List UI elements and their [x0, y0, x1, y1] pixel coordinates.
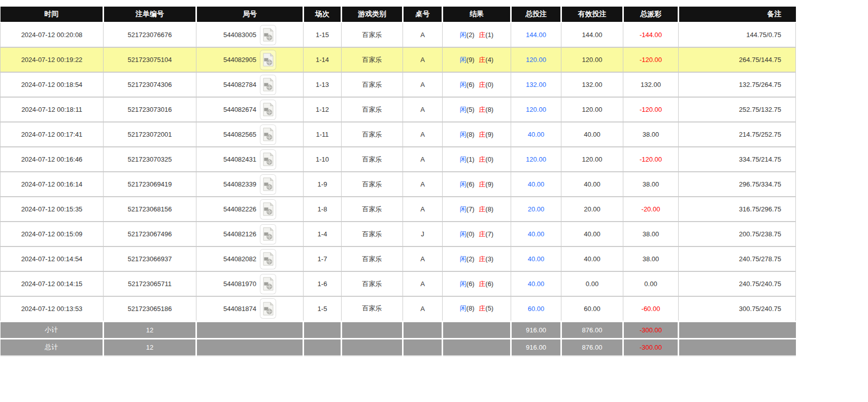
total-bet-link[interactable]: 40.00: [528, 180, 545, 188]
banker-result-count: (8): [485, 205, 493, 213]
player-result-count: (9): [466, 56, 475, 64]
cell-remark: 240.75/278.75: [679, 246, 796, 271]
video-replay-button[interactable]: [260, 25, 276, 45]
cell-order-no: 521723065186: [104, 296, 196, 321]
cell-session: 1-14: [304, 47, 342, 72]
table-row: 2024-07-12 00:15:09 521723067496 5440821…: [1, 222, 796, 246]
cell-order-no: 521723066937: [104, 246, 196, 271]
bet-records-page: 时间 注单编号 局号 场次 游戏类别 桌号 结果 总投注 有效投注 总派彩 备注…: [0, 0, 868, 356]
total-bet-link[interactable]: 120.00: [526, 56, 546, 64]
cell-remark: 200.75/238.75: [679, 222, 796, 246]
player-result-label: 闲: [460, 230, 466, 238]
video-replay-button[interactable]: [260, 249, 276, 269]
cell-round-no: 544082905: [196, 47, 304, 72]
video-file-icon: [262, 227, 274, 241]
cell-game-type: 百家乐: [342, 72, 403, 97]
table-row: 2024-07-12 00:19:22 521723075104 5440829…: [1, 47, 796, 72]
video-file-icon: [262, 152, 274, 166]
player-result-label: 闲: [460, 304, 466, 312]
cell-round-no: 544082226: [196, 197, 304, 222]
col-header-round-no: 局号: [196, 7, 304, 22]
cell-session: 1-7: [304, 246, 342, 271]
banker-result-count: (5): [485, 304, 493, 312]
banker-result-label: 庄: [479, 106, 485, 113]
cell-game-type: 百家乐: [342, 271, 403, 296]
cell-session: 1-15: [304, 22, 342, 47]
total-bet-link[interactable]: 120.00: [526, 106, 546, 113]
cell-order-no: 521723076676: [104, 22, 196, 47]
cell-game-type: 百家乐: [342, 147, 403, 172]
cell-game-type: 百家乐: [342, 222, 403, 246]
cell-table-no: A: [403, 122, 443, 147]
cell-remark: 240.75/240.75: [679, 271, 796, 296]
cell-time: 2024-07-12 00:14:54: [1, 246, 104, 271]
col-header-session: 场次: [304, 7, 342, 22]
cell-valid-bet: 60.00: [561, 296, 623, 321]
cell-total-bet: 132.00: [511, 72, 561, 97]
cell-total-payout: 38.00: [623, 246, 679, 271]
cell-order-no: 521723073016: [104, 97, 196, 122]
cell-valid-bet: 144.00: [561, 22, 623, 47]
cell-valid-bet: 120.00: [561, 147, 623, 172]
video-replay-button[interactable]: [260, 298, 276, 319]
cell-time: 2024-07-12 00:15:09: [1, 222, 104, 246]
cell-session: 1-6: [304, 271, 342, 296]
banker-result-count: (7): [485, 230, 493, 238]
cell-remark: 296.75/334.75: [679, 172, 796, 197]
cell-total-payout: -20.00: [623, 197, 679, 222]
cell-total-payout: 132.00: [623, 72, 679, 97]
cell-order-no: 521723065711: [104, 271, 196, 296]
cell-order-no: 521723074306: [104, 72, 196, 97]
banker-result-label: 庄: [479, 31, 485, 39]
video-replay-button[interactable]: [260, 125, 276, 145]
cell-result: 闲(8) 庄(9): [443, 122, 511, 147]
video-file-icon: [262, 53, 274, 67]
round-number: 544082565: [223, 131, 256, 138]
banker-result-label: 庄: [479, 81, 485, 88]
col-header-game-type: 游戏类别: [342, 7, 403, 22]
total-bet-link[interactable]: 40.00: [528, 255, 545, 263]
total-bet-link[interactable]: 144.00: [526, 31, 546, 39]
total-bet-link[interactable]: 120.00: [526, 156, 546, 163]
col-header-time: 时间: [1, 7, 104, 22]
video-replay-button[interactable]: [260, 224, 276, 244]
cell-result: 闲(7) 庄(8): [443, 197, 511, 222]
video-file-icon: [262, 302, 274, 316]
round-number: 544082339: [223, 180, 256, 188]
player-result-count: (2): [466, 255, 475, 263]
total-bet-link[interactable]: 40.00: [528, 280, 545, 288]
cell-round-no: 544082431: [196, 147, 304, 172]
total-bet-link[interactable]: 40.00: [528, 131, 545, 138]
table-row: 2024-07-12 00:14:15 521723065711 5440819…: [1, 271, 796, 296]
cell-remark: 264.75/144.75: [679, 47, 796, 72]
cell-total-bet: 144.00: [511, 22, 561, 47]
video-file-icon: [262, 277, 274, 291]
video-replay-button[interactable]: [260, 75, 276, 95]
cell-time: 2024-07-12 00:16:46: [1, 147, 104, 172]
footer-count: 12: [104, 321, 196, 338]
cell-session: 1-4: [304, 222, 342, 246]
total-bet-link[interactable]: 40.00: [528, 230, 545, 238]
video-replay-button[interactable]: [260, 100, 276, 120]
cell-total-bet: 40.00: [511, 122, 561, 147]
cell-session: 1-10: [304, 147, 342, 172]
footer-label: 小计: [1, 321, 104, 338]
player-result-label: 闲: [460, 180, 466, 188]
video-replay-button[interactable]: [260, 50, 276, 70]
total-bet-link[interactable]: 132.00: [526, 81, 546, 88]
cell-total-bet: 20.00: [511, 197, 561, 222]
total-bet-link[interactable]: 60.00: [528, 305, 545, 313]
total-bet-link[interactable]: 20.00: [528, 205, 545, 213]
cell-total-payout: 38.00: [623, 172, 679, 197]
video-file-icon: [262, 78, 274, 91]
cell-round-no: 544082339: [196, 172, 304, 197]
col-header-total-payout: 总派彩: [623, 7, 679, 22]
video-replay-button[interactable]: [260, 274, 276, 294]
subtotal-row: 小计12916.00876.00-300.00: [1, 321, 796, 338]
player-result-label: 闲: [460, 56, 466, 64]
video-replay-button[interactable]: [260, 174, 276, 195]
video-replay-button[interactable]: [260, 199, 276, 220]
cell-result: 闲(6) 庄(0): [443, 72, 511, 97]
video-replay-button[interactable]: [260, 149, 276, 170]
cell-game-type: 百家乐: [342, 22, 403, 47]
